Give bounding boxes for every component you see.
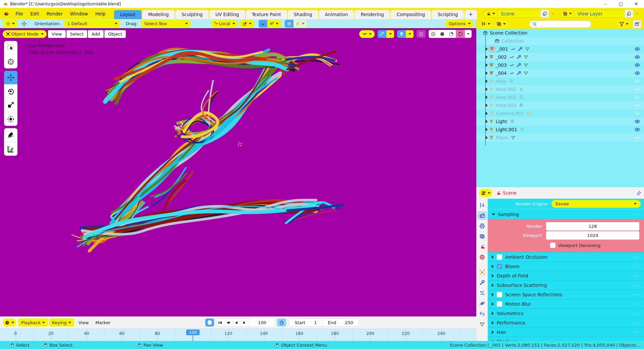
scene-copy-button[interactable] — [540, 10, 549, 18]
bloom-checkbox[interactable]: ✓ — [497, 264, 502, 269]
properties-tab-physics[interactable] — [477, 299, 487, 308]
blender-menu-icon[interactable] — [0, 8, 12, 19]
viewport-menu-view[interactable]: View — [48, 30, 66, 38]
workspace-tab-compositing[interactable]: Compositing — [390, 10, 431, 19]
properties-tab-tool[interactable] — [477, 201, 487, 210]
viewport-menu-object[interactable]: Object — [104, 30, 126, 38]
view-layer-browse-button[interactable] — [560, 10, 574, 18]
viewport-menu-add[interactable]: Add — [88, 30, 104, 38]
sampling-panel-header[interactable]: Sampling:::: — [488, 209, 644, 219]
visibility-eye-icon[interactable] — [635, 70, 640, 76]
panel-grip[interactable]: :::: — [634, 264, 640, 268]
outliner-row-light-001[interactable]: Light.001 — [476, 126, 644, 134]
new-collection-button[interactable] — [633, 20, 641, 28]
options-dropdown[interactable]: Options — [445, 20, 474, 28]
transform-pivot-dropdown[interactable]: Local — [211, 20, 238, 28]
outliner-row-area-002[interactable]: Area.002 — [476, 93, 644, 101]
outliner-row-collection[interactable]: Collection — [476, 37, 644, 45]
properties-tab-scene[interactable] — [477, 242, 487, 251]
view-layer-remove-button[interactable]: ✕ — [633, 10, 641, 18]
properties-editor-type-dropdown[interactable] — [479, 189, 492, 197]
panel-grip[interactable]: :::: — [634, 283, 640, 287]
panel-performance[interactable]: Performance:::: — [488, 318, 644, 327]
scene-browse-button[interactable] — [483, 10, 497, 18]
workspace-tab-scripting[interactable]: Scripting — [432, 10, 464, 19]
visibility-hidden-icon[interactable] — [635, 135, 640, 140]
visibility-eye-icon[interactable] — [635, 119, 640, 124]
play-reverse-button[interactable] — [232, 319, 240, 327]
panel-shadows[interactable]: Shadows:::: — [488, 337, 644, 341]
collection-checkbox[interactable] — [489, 39, 493, 43]
visibility-eye-icon[interactable] — [635, 62, 640, 68]
motion-blur-checkbox[interactable] — [497, 301, 502, 307]
tool-annotate-button[interactable] — [4, 128, 17, 142]
shading-wireframe-button[interactable] — [429, 30, 438, 38]
playhead[interactable]: 100 — [186, 330, 200, 335]
tool-move-button[interactable] — [4, 71, 17, 85]
play-button[interactable] — [240, 319, 249, 327]
outliner-row-plane[interactable]: Plane — [476, 134, 644, 142]
panel-grip[interactable]: :::: — [634, 330, 640, 334]
panel-grip[interactable]: :::: — [634, 255, 640, 259]
use-preview-range-toggle[interactable] — [277, 318, 286, 327]
outliner-row-camera-001[interactable]: Camera.001 — [476, 109, 644, 117]
filter-dropdown[interactable] — [617, 20, 631, 28]
visibility-hidden-icon[interactable] — [635, 79, 640, 84]
panel-grip[interactable]: :::: — [634, 302, 640, 306]
outliner-row-area[interactable]: Area — [476, 77, 644, 85]
tool-measure-button[interactable] — [4, 142, 17, 156]
properties-tab-view-layer[interactable] — [477, 232, 487, 241]
scene-name-field[interactable]: Scene — [497, 10, 540, 18]
overlays-dropdown[interactable] — [406, 30, 414, 38]
timeline-ruler[interactable]: 020406080100120140160180200220240100 — [0, 329, 476, 341]
panel-grip[interactable]: :::: — [634, 212, 640, 216]
panel-ambient-occlusion[interactable]: Ambient Occlusion:::: — [488, 252, 644, 261]
panel-motion-blur[interactable]: Motion Blur:::: — [488, 299, 644, 308]
menu-file[interactable]: File — [12, 11, 27, 16]
properties-tab-constraints[interactable] — [477, 309, 487, 318]
tool-cursor-button[interactable] — [4, 55, 17, 68]
show-overlays-toggle[interactable] — [397, 30, 406, 38]
auto-keying-toggle[interactable] — [205, 318, 214, 327]
outliner-row-_001[interactable]: _001 — [476, 45, 644, 53]
panel-volumetrics[interactable]: Volumetrics:::: — [488, 308, 644, 318]
sidebar-collapse-arrow[interactable]: ‹ — [474, 46, 476, 52]
proportional-falloff-dropdown[interactable] — [293, 20, 307, 28]
timeline-menu-marker[interactable]: Marker — [92, 320, 114, 325]
workspace-tab-animation[interactable]: Animation — [319, 10, 354, 19]
shading-rendered-button[interactable] — [456, 30, 465, 38]
proportional-edit-toggle[interactable] — [285, 20, 293, 28]
visibility-hidden-icon[interactable] — [635, 111, 640, 116]
active-tool-dropdown[interactable] — [3, 20, 18, 28]
editor-type-dropdown[interactable] — [479, 20, 492, 28]
drag-dropdown[interactable]: Select Box — [141, 20, 191, 28]
panel-depth-of-field[interactable]: Depth of Field:::: — [488, 271, 644, 280]
outliner-row-scene collection[interactable]: Scene Collection — [476, 29, 644, 37]
workspace-tab-modeling[interactable]: Modeling — [142, 10, 175, 19]
samples-viewport-field[interactable]: 1024 — [546, 231, 639, 240]
timeline-menu-keying[interactable]: Keying — [49, 318, 74, 327]
workspace-tab-layout[interactable]: Layout — [114, 10, 142, 19]
panel-screen-space-reflections[interactable]: Screen Space Reflections:::: — [488, 290, 644, 299]
outliner-search-input[interactable] — [529, 20, 591, 28]
tool-scale-button[interactable] — [4, 98, 17, 112]
close-button[interactable]: ✕ — [629, 0, 644, 8]
screen-space-reflections-checkbox[interactable] — [497, 292, 502, 297]
prev-keyframe-button[interactable] — [224, 319, 232, 327]
frame-end-field[interactable]: End250 — [322, 319, 359, 326]
panel-grip[interactable]: :::: — [634, 311, 640, 315]
display-mode-dropdown[interactable] — [494, 20, 508, 28]
scene-unlink-button[interactable]: ✕ — [549, 10, 556, 18]
render-engine-dropdown[interactable]: Eevee — [551, 200, 641, 208]
jump-start-button[interactable] — [216, 319, 224, 327]
workspace-tab-shading[interactable]: Shading — [288, 10, 318, 19]
outliner-row-area-003[interactable]: Area.003 — [476, 101, 644, 109]
object-type-visibility-dropdown[interactable] — [359, 30, 375, 38]
samples-render-field[interactable]: 128 — [546, 222, 639, 231]
timeline-menu-playback[interactable]: Playback — [18, 318, 48, 327]
show-gizmo-toggle[interactable] — [378, 30, 386, 38]
workspace-tab-sculpting[interactable]: Sculpting — [175, 10, 209, 19]
visibility-hidden-icon[interactable] — [635, 95, 640, 100]
viewport-3d[interactable]: Object Mode ViewSelectAddObject User Per… — [0, 29, 476, 316]
outliner-row-area-001[interactable]: Area.001 — [476, 85, 644, 93]
